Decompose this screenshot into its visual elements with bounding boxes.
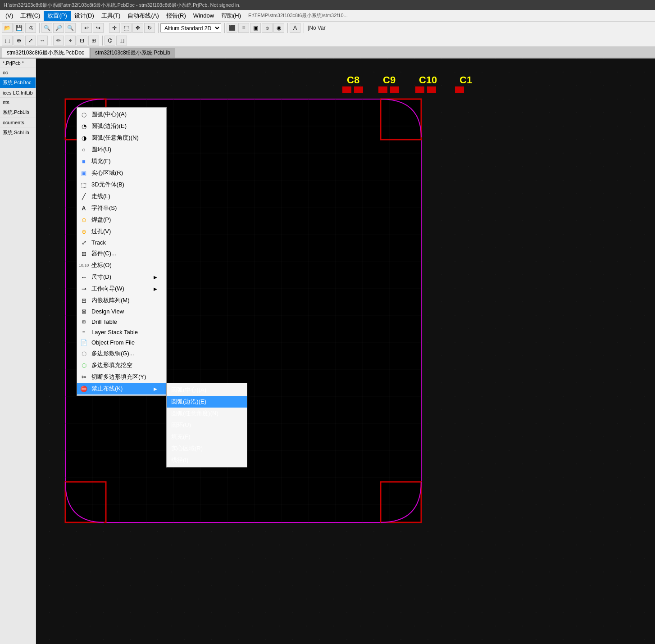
place-pad[interactable]: ⊙ 焊盘(P): [77, 214, 166, 226]
toolbar-btn-zoom-in[interactable]: 🔎: [53, 23, 64, 33]
toolbar-btn-save[interactable]: 💾: [14, 23, 24, 33]
toolbar-btn-print[interactable]: 🖨: [25, 23, 36, 33]
toolbar2-btn-4[interactable]: ↔: [37, 36, 48, 45]
place-poly-cut[interactable]: ✂ 切断多边形填充区(Y): [77, 371, 166, 383]
toolbar2-btn-5[interactable]: ✏: [53, 36, 64, 45]
place-solid-region[interactable]: ▣ 实心区域(R): [77, 167, 166, 179]
place-object-from-file[interactable]: 📄 Object From File: [77, 337, 166, 348]
place-layer-stack-table[interactable]: ≡ Layer Stack Table: [77, 327, 166, 337]
place-string[interactable]: A 字符串(S): [77, 202, 166, 214]
dimension-icon: ↔: [80, 273, 88, 281]
toolbar-btn-search[interactable]: 🔍: [41, 23, 52, 33]
toolbar-btn-open[interactable]: 📂: [2, 23, 13, 33]
place-arc-any[interactable]: ◑ 圆弧(任意角度)(N): [77, 132, 166, 144]
menu-place[interactable]: 放置(P): [44, 11, 70, 21]
keepout-arc-any[interactable]: 圆弧(任意角度)(N): [167, 408, 247, 419]
toolbar2-btn-8[interactable]: ⊞: [88, 36, 99, 45]
toolbar-sep-1: [38, 23, 40, 33]
place-track2[interactable]: ⤢ Track: [77, 237, 166, 248]
keepout-submenu: 圆弧(中心)(A) 圆弧(边沿)(E) 圆弧(任意角度)(N) 圆环(U) 填充…: [166, 383, 247, 467]
sidebar-pcblib[interactable]: 系统.PcbLib: [0, 107, 36, 118]
sidebar-prjpcb[interactable]: *.PrjPcb *: [0, 59, 36, 68]
menu-autoroute[interactable]: 自动布线(A): [124, 11, 162, 21]
sidebar-schlib[interactable]: 系统.SchLib: [0, 127, 36, 138]
menu-tools[interactable]: 工具(T): [98, 11, 124, 21]
sidebar-pcbdoc[interactable]: 系统.PcbDoc: [0, 77, 36, 88]
view-style-dropdown[interactable]: Altium Standard 2D: [160, 23, 221, 32]
place-via[interactable]: ⊕ 过孔(V): [77, 226, 166, 237]
place-keepout[interactable]: ⛔ 禁止布线(K) ▶ 圆弧(中心)(A) 圆弧(边沿)(E) 圆弧(任意角度)…: [77, 383, 166, 395]
keepout-arc-edge[interactable]: 圆弧(边沿)(E): [167, 396, 247, 408]
keepout-solid-region[interactable]: 实心区域(R): [167, 443, 247, 454]
keepout-line[interactable]: 线径(I): [167, 454, 247, 466]
toolbar-btn-drc[interactable]: ◉: [273, 23, 284, 33]
place-fill[interactable]: ■ 填充(F): [77, 155, 166, 167]
menu-report[interactable]: 报告(R): [163, 11, 190, 21]
place-3d-body[interactable]: ⬚ 3D元件体(B): [77, 179, 166, 190]
toolbar-btn-rules[interactable]: ⌾: [262, 23, 273, 33]
place-component[interactable]: ⊞ 器件(C)...: [77, 248, 166, 259]
toolbar2-btn-6[interactable]: ⌖: [65, 36, 76, 45]
dimension-arrow: ▶: [154, 275, 157, 280]
toolbar-btn-layers[interactable]: ≡: [238, 23, 249, 33]
place-poly-copper[interactable]: ⬡ 多边形敷铜(G)...: [77, 348, 166, 359]
place-poly-fill-cutout[interactable]: ⬡ 多边形填充挖空: [77, 359, 166, 371]
place-design-view[interactable]: ⊠ Design View: [77, 306, 166, 317]
place-embedded-array[interactable]: ⊟ 内嵌板阵列(M): [77, 295, 166, 306]
canvas-area: C8 C9 C10 C1 ◌ 圆弧(中心)(A) ◔ 圆弧(边沿)(: [36, 59, 655, 644]
place-arc-center-label: 圆弧(中心)(A): [91, 110, 127, 118]
menu-design[interactable]: 设计(D): [71, 11, 98, 21]
toolbar2-btn-10[interactable]: ◫: [116, 36, 127, 45]
place-layer-stack-table-label: Layer Stack Table: [91, 329, 138, 336]
toolbar-btn-text[interactable]: A: [290, 23, 300, 33]
menu-project[interactable]: 工程(C): [17, 11, 44, 21]
toolbar-sep-3: [105, 23, 107, 33]
place-track[interactable]: ╱ 走线(L): [77, 190, 166, 202]
menu-help[interactable]: 帮助(H): [218, 11, 245, 21]
keepout-circle[interactable]: 圆环(U): [167, 419, 247, 431]
toolbar2-btn-1[interactable]: ⬚: [2, 36, 13, 45]
track-icon: ╱: [80, 192, 88, 200]
toolbar-btn-cross[interactable]: ✛: [109, 23, 120, 33]
place-arc-center[interactable]: ◌ 圆弧(中心)(A): [77, 109, 166, 120]
place-circle[interactable]: ○ 圆环(U): [77, 144, 166, 155]
sidebar-intlib[interactable]: ices LC.IntLib: [0, 88, 36, 98]
toolbar-btn-grid[interactable]: ⬛: [227, 23, 237, 33]
menu-view[interactable]: (V): [2, 11, 17, 20]
no-var-label: [No Var: [306, 25, 328, 31]
toolbar-1: 📂 💾 🖨 🔍 🔎 🔍 ↩ ↪ ✛ ⬚ ✥ ↻ Altium Standard …: [0, 22, 655, 34]
toolbar-btn-move[interactable]: ✥: [132, 23, 143, 33]
toolbar2-btn-7[interactable]: ⊡: [77, 36, 87, 45]
toolbar-btn-select[interactable]: ⬚: [121, 23, 132, 33]
toolbar-btn-3d[interactable]: ▣: [250, 23, 261, 33]
toolbar-btn-zoom-out[interactable]: 🔍: [65, 23, 76, 33]
tab-pcbdoc[interactable]: stm32f103c8t6最小系统.PcbDoc: [2, 48, 89, 58]
place-circle-label: 圆环(U): [91, 145, 111, 154]
toolbar-btn-undo[interactable]: ↩: [81, 23, 92, 33]
place-keepout-label: 禁止布线(K): [91, 385, 123, 393]
place-arc-edge[interactable]: ◔ 圆弧(边沿)(E): [77, 120, 166, 132]
sidebar-oc[interactable]: oc: [0, 68, 36, 77]
toolbar2-btn-2[interactable]: ⊕: [14, 36, 24, 45]
menu-window[interactable]: Window: [190, 11, 218, 20]
svg-rect-48: [427, 86, 436, 93]
toolbar-btn-redo[interactable]: ↪: [93, 23, 104, 33]
sidebar-nts[interactable]: nts: [0, 98, 36, 107]
toolbar-btn-rotate[interactable]: ↻: [144, 23, 155, 33]
place-drill-table[interactable]: ⊞ Drill Table: [77, 317, 166, 327]
place-work-guide[interactable]: ⊸ 工作向导(W) ▶: [77, 283, 166, 295]
toolbar-sep-2: [77, 23, 79, 33]
place-drill-table-label: Drill Table: [91, 318, 117, 325]
place-coordinate[interactable]: 10,10 坐标(O): [77, 259, 166, 271]
poly-copper-icon: ⬡: [80, 349, 88, 358]
keepout-fill[interactable]: 填充(F): [167, 431, 247, 443]
design-view-icon: ⊠: [80, 308, 88, 316]
poly-cut-icon: ✂: [80, 373, 88, 381]
place-dimension[interactable]: ↔ 尺寸(D) ▶: [77, 271, 166, 283]
keepout-arrow: ▶: [154, 386, 157, 391]
sidebar-documents[interactable]: ocuments: [0, 118, 36, 127]
tab-pcblib[interactable]: stm32f103c8t6最小系统.PcbLib: [90, 48, 175, 58]
toolbar2-btn-9[interactable]: ⌬: [105, 36, 115, 45]
toolbar2-btn-3[interactable]: ⤢: [25, 36, 36, 45]
keepout-arc-center[interactable]: 圆弧(中心)(A): [167, 384, 247, 396]
